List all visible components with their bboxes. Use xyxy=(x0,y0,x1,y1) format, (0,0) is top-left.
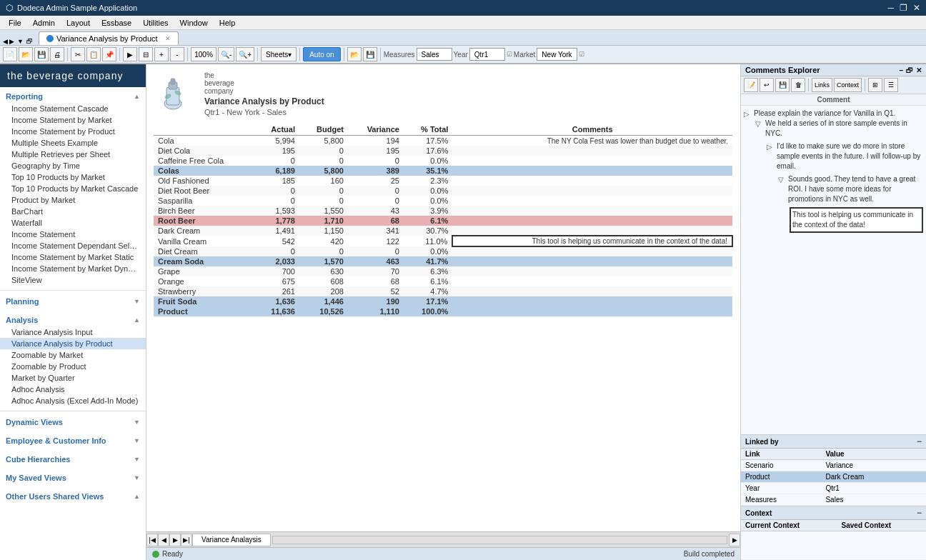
sidebar-item-multiple-sheets[interactable]: Multiple Sheets Example xyxy=(0,137,146,149)
sidebar-item-income-dependant[interactable]: Income Statement Dependant Selector xyxy=(0,240,146,251)
sheet-scroll-right[interactable]: ▶ xyxy=(729,534,740,546)
ce-close[interactable]: ✕ xyxy=(916,66,922,74)
sheet-nav-last[interactable]: ▶| xyxy=(181,534,192,546)
tb-retrieve-btn[interactable]: ▶ xyxy=(123,47,137,61)
tb-cut-btn[interactable]: ✂ xyxy=(71,47,85,61)
tb-zoom-plus[interactable]: 🔍+ xyxy=(236,47,254,61)
ce-minimize[interactable]: – xyxy=(899,66,903,74)
tab-nav-down[interactable]: ▼ xyxy=(17,38,24,45)
sidebar-item-income-market-static[interactable]: Income Statement by Market Static xyxy=(0,251,146,263)
sidebar-item-product-market[interactable]: Product by Market xyxy=(0,194,146,206)
sidebar-section-cube-header[interactable]: Cube Hierarchies ▼ xyxy=(0,453,146,466)
tab-dock[interactable]: 🗗 xyxy=(26,38,33,45)
tb-zoomout-btn[interactable]: - xyxy=(170,47,184,61)
ce-tab-links[interactable]: Links xyxy=(812,78,832,92)
menu-help[interactable]: Help xyxy=(214,17,242,29)
tb-new-btn[interactable]: 📄 xyxy=(3,47,17,61)
horizontal-scrollbar[interactable] xyxy=(272,536,727,544)
sidebar-item-market-quarter[interactable]: Market by Quarter xyxy=(0,372,146,384)
ce-reply-btn[interactable]: ↩ xyxy=(760,78,774,92)
sidebar-item-variance-product[interactable]: Variance Analysis by Product xyxy=(0,338,146,349)
sidebar-item-zoomable-market[interactable]: Zoomable by Market xyxy=(0,349,146,361)
sidebar-item-income-product[interactable]: Income Statement by Product xyxy=(0,126,146,137)
expand-icon-reply3[interactable]: ▽ xyxy=(778,176,785,184)
tb-zoom-minus[interactable]: 🔍- xyxy=(218,47,234,61)
sidebar-item-adhoc[interactable]: Adhoc Analysis xyxy=(0,384,146,395)
context-minus[interactable]: − xyxy=(917,508,922,518)
ce-list-btn[interactable]: ☰ xyxy=(884,78,898,92)
sidebar-item-top10-cascade[interactable]: Top 10 Products by Market Cascade xyxy=(0,183,146,194)
pov-measures-value[interactable]: Sales xyxy=(417,48,452,61)
expand-icon-reply1[interactable]: ▽ xyxy=(755,120,762,128)
cell-label: Dark Cream xyxy=(154,226,255,236)
sidebar-section-saved-header[interactable]: My Saved Views ▼ xyxy=(0,471,146,484)
sheet-nav-prev[interactable]: ◀ xyxy=(158,534,169,546)
maximize-button[interactable]: ❐ xyxy=(900,3,907,13)
sidebar-item-multiple-retrieves[interactable]: Multiple Retrieves per Sheet xyxy=(0,149,146,160)
sidebar-section-dynamic-header[interactable]: Dynamic Views ▼ xyxy=(0,416,146,429)
expand-icon-1[interactable]: ▷ xyxy=(744,110,751,118)
tb-zoomin-btn[interactable]: + xyxy=(154,47,169,61)
tb-copy-btn[interactable]: 📋 xyxy=(86,47,101,61)
tab-variance-analysis[interactable]: Variance Analysis by Product ✕ xyxy=(39,31,179,45)
sidebar-section-other-header[interactable]: Other Users Shared Views ▲ xyxy=(0,490,146,503)
cell-actual: 542 xyxy=(255,236,299,246)
sidebar-item-income-stmt[interactable]: Income Statement xyxy=(0,229,146,240)
sidebar-item-geography[interactable]: Geography by Time xyxy=(0,160,146,171)
menu-window[interactable]: Window xyxy=(174,17,214,29)
pov-year-value[interactable]: Qtr1 xyxy=(469,48,505,61)
sidebar-item-income-market-dynamic[interactable]: Income Statement by Market Dynamic xyxy=(0,263,146,274)
menu-utilities[interactable]: Utilities xyxy=(137,17,174,29)
menu-essbase[interactable]: Essbase xyxy=(96,17,137,29)
ce-grid-btn[interactable]: ⊞ xyxy=(868,78,882,92)
tab-nav-right[interactable]: ▶ xyxy=(9,38,14,45)
sidebar-item-adhoc-excel[interactable]: Adhoc Analysis (Excel Add-In Mode) xyxy=(0,395,146,406)
sidebar-section-employee-header[interactable]: Employee & Customer Info ▼ xyxy=(0,434,146,447)
pov-market-value[interactable]: New York xyxy=(537,48,577,61)
expand-icon-reply2[interactable]: ▷ xyxy=(767,143,774,151)
sidebar-item-income-cascade[interactable]: Income Statement Cascade xyxy=(0,103,146,114)
cell-actual: 1,491 xyxy=(255,226,299,236)
sidebar-item-waterfall[interactable]: Waterfall xyxy=(0,217,146,229)
sidebar-item-siteview[interactable]: SiteView xyxy=(0,274,146,286)
linked-header-row: Link Value xyxy=(741,449,926,460)
menu-layout[interactable]: Layout xyxy=(61,17,96,29)
sidebar-item-variance-input[interactable]: Variance Analysis Input xyxy=(0,326,146,338)
sidebar-section-reporting-header[interactable]: Reporting ▲ xyxy=(0,90,146,103)
tab-nav-left[interactable]: ◀ xyxy=(3,38,8,45)
ce-new-btn[interactable]: 📝 xyxy=(744,78,758,92)
tab-close[interactable]: ✕ xyxy=(165,35,171,42)
cell-label: Vanilla Cream xyxy=(154,236,255,246)
sidebar-item-top10-market[interactable]: Top 10 Products by Market xyxy=(0,171,146,183)
ce-dock[interactable]: 🗗 xyxy=(906,66,913,74)
tb-suppress-btn[interactable]: ⊟ xyxy=(139,47,153,61)
close-button[interactable]: ✕ xyxy=(913,3,920,13)
table-row: Colas 6,189 5,800 389 35.1% xyxy=(154,166,732,176)
tb-open-btn[interactable]: 📂 xyxy=(19,47,33,61)
sidebar-item-barchart[interactable]: BarChart xyxy=(0,206,146,217)
sidebar-section-analysis-header[interactable]: Analysis ▲ xyxy=(0,314,146,326)
linked-by-minus[interactable]: − xyxy=(917,436,922,446)
sheet-nav-next[interactable]: ▶ xyxy=(169,534,181,546)
menu-admin[interactable]: Admin xyxy=(27,17,61,29)
minimize-button[interactable]: ─ xyxy=(887,3,894,13)
ce-tab-context[interactable]: Context xyxy=(834,78,862,92)
ce-delete-btn[interactable]: 🗑 xyxy=(791,78,805,92)
tb-save-btn[interactable]: 💾 xyxy=(34,47,49,61)
tb-save2-btn[interactable]: 💾 xyxy=(363,47,377,61)
sheet-nav-first[interactable]: |◀ xyxy=(146,534,158,546)
ce-save-btn[interactable]: 💾 xyxy=(775,78,790,92)
tb-zoom-pct[interactable]: 100% xyxy=(191,47,216,61)
tb-paste-btn[interactable]: 📌 xyxy=(102,47,116,61)
sheet-tab-variance[interactable]: Variance Analaysis xyxy=(192,534,271,546)
cell-label: Cream Soda xyxy=(154,256,255,266)
tb-open2-btn[interactable]: 📂 xyxy=(347,47,362,61)
tb-print-btn[interactable]: 🖨 xyxy=(50,47,64,61)
sidebar-item-zoomable-product[interactable]: Zoomable by Product xyxy=(0,361,146,372)
sidebar-item-income-market[interactable]: Income Statement by Market xyxy=(0,114,146,126)
cell-budget: 0 xyxy=(299,246,348,256)
tb-sheets-btn[interactable]: Sheets▾ xyxy=(261,47,297,61)
tb-auto-on-btn[interactable]: Auto on xyxy=(303,47,340,61)
sidebar-section-planning-header[interactable]: Planning ▼ xyxy=(0,295,146,308)
menu-file[interactable]: File xyxy=(3,17,27,29)
